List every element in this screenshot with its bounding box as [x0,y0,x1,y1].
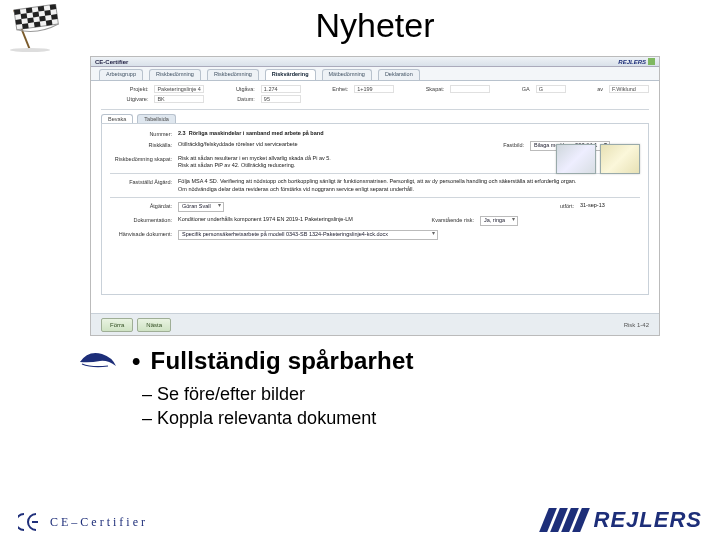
meta-utgava-value: 1.274 [261,85,301,93]
svg-rect-15 [46,20,53,26]
brand-small: REJLERS [618,59,646,65]
prev-button[interactable]: Förra [101,318,133,332]
meta-projekt-label: Projekt: [101,86,148,92]
meta-enhet-value: 1+199 [354,85,394,93]
pager-text: Risk 1-42 [624,322,649,328]
thumbnails [556,144,640,174]
svg-rect-10 [27,17,34,23]
meta-av-value: F.Wiklund [609,85,649,93]
rejlers-text: REJLERS [594,507,702,533]
kvar-label: Kvarstående risk: [404,216,474,223]
fastbild-label: Fastbild: [484,141,524,148]
meta-datum-value: 95 [261,95,301,103]
meta-ga-value: G [536,85,566,93]
svg-rect-8 [44,10,51,16]
sub-bullet-1: – Se före/efter bilder [142,382,680,406]
bullet-main: •Fullständig spårbarhet [132,347,414,375]
meta-projekt-value: Paketeringslinje 4 [154,85,204,93]
utfort-value: 31-sep-13 [580,202,640,209]
meta-enhet-label: Enhet: [307,86,348,92]
svg-rect-2 [14,9,21,15]
svg-rect-4 [38,6,45,12]
meta-datum-label: Datum: [210,96,254,102]
meta-utgivare-label: Utgivare: [101,96,148,102]
svg-rect-11 [39,16,46,22]
riskbed-line2: Risk att sådan PiP av 42. Otillräcklig r… [178,162,468,169]
subtab-tabellsida[interactable]: Tabellsida [137,114,175,123]
svg-rect-9 [15,19,22,25]
fastst-line2: Om nödvändiga delar detta revideras och … [178,186,640,193]
riskkalla-value: Otillräcklig/felskyddade rörelser vid se… [178,141,478,148]
meta-utgivare-value: BK [154,95,204,103]
tab-matbedomning[interactable]: Mätbedömning [322,69,372,80]
sub-tabs: Bevaka Tabellsida [91,112,659,123]
atgardat-label: Åtgärdat: [110,202,172,209]
svg-rect-5 [50,4,57,10]
status-square-icon [648,58,655,65]
ce-certifier-logo: C E – C e r t i f i e r [18,512,145,532]
checkered-flag-icon [0,4,90,52]
svg-point-16 [10,48,50,52]
app-titlebar: CE-Certifier REJLERS [91,57,659,67]
primary-tabs: Arbetsgrupp Riskbedömning Riskbedömning … [91,67,659,81]
tab-riskbedomning[interactable]: Riskbedömning [149,69,201,80]
hanvis-label: Hänvisade dokument: [110,230,172,237]
svg-rect-14 [34,22,41,28]
detail-panel: Nummer: 2.3 Rörliga maskindelar i samban… [101,123,649,295]
swoosh-icon [78,346,118,376]
svg-rect-13 [22,23,29,29]
riskbed-line1: Risk att sådan resulterar i en mycket al… [178,155,468,162]
svg-rect-6 [21,13,28,19]
nummer-desc: Rörliga maskindelar i samband med arbete… [189,130,324,136]
svg-rect-12 [51,14,58,20]
app-screenshot: CE-Certifier REJLERS Arbetsgrupp Riskbed… [90,56,660,336]
sub-bullet-2: – Koppla relevanta dokument [142,406,680,430]
fastst-label: Fastställd Åtgärd: [110,178,172,185]
hanvis-select[interactable]: Specifik personsäkerhetsarbete på modell… [178,230,438,240]
app-title: CE-Certifier [95,59,128,65]
slide-title: Nyheter [90,6,660,45]
meta-skapat-value [450,85,490,93]
svg-rect-3 [26,7,33,13]
meta-skapat-label: Skapat: [400,86,444,92]
atgardat-select[interactable]: Göran Svall [178,202,224,212]
thumb-before-icon[interactable] [556,144,596,174]
tab-riskvardering[interactable]: Riskvärdering [265,69,316,80]
next-button[interactable]: Nästa [137,318,171,332]
utfort-label: utfört: [544,202,574,209]
app-footer: Förra Nästa Risk 1-42 [91,313,659,335]
thumb-after-icon[interactable] [600,144,640,174]
nummer-value: 2.3 [178,130,186,136]
subtab-bevaka[interactable]: Bevaka [101,114,133,123]
ce-certifier-text: C E – C e r t i f i e r [50,515,145,530]
rejlers-logo: REJLERS [544,508,702,532]
kvar-select[interactable]: Ja, ringa [480,216,518,226]
svg-rect-7 [33,12,40,18]
tab-riskbedomning-2[interactable]: Riskbedömning [207,69,259,80]
nummer-label: Nummer: [110,130,172,137]
tab-deklaration[interactable]: Deklaration [378,69,420,80]
riskkalla-label: Riskkälla: [110,141,172,148]
riskbed-label: Riskbedömning skapat: [110,155,172,162]
meta-ga-label: GA [496,86,529,92]
meta-grid: Projekt: Paketeringslinje 4 Utgåva: 1.27… [91,81,659,107]
fastst-line1: Följa MSA 4 SD. Verifiering att nödstopp… [178,178,640,185]
tab-arbetsgrupp[interactable]: Arbetsgrupp [99,69,143,80]
meta-utgava-label: Utgåva: [210,86,254,92]
dok-value: Konditioner underhålls komponent 1974 EN… [178,216,398,223]
meta-av-label: av [572,86,603,92]
dok-label: Dokumentation: [110,216,172,223]
